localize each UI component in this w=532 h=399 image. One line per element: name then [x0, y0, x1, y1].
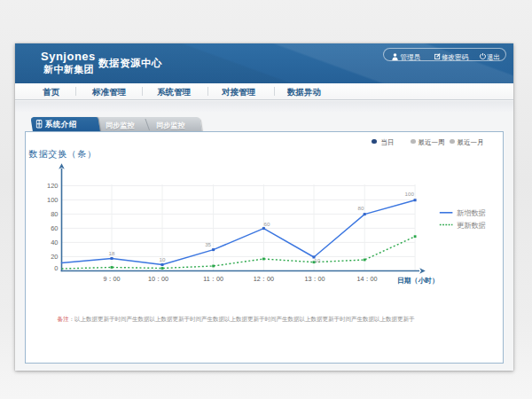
svg-text:14：00: 14：00 [356, 275, 377, 283]
svg-text:18: 18 [108, 250, 114, 256]
svg-text:20: 20 [51, 253, 58, 261]
svg-text:新增数据: 新增数据 [457, 209, 486, 217]
svg-text:9：00: 9：00 [103, 275, 120, 283]
svg-text:11：00: 11：00 [203, 275, 223, 283]
svg-text:10：00: 10：00 [147, 275, 168, 283]
svg-text:80: 80 [357, 205, 364, 211]
svg-text:40: 40 [51, 239, 58, 246]
svg-text:60: 60 [263, 221, 270, 227]
svg-text:10: 10 [314, 257, 320, 263]
svg-text:100: 100 [404, 191, 414, 197]
svg-text:12：00: 12：00 [253, 275, 273, 283]
svg-text:10: 10 [159, 256, 165, 262]
svg-text:100: 100 [46, 196, 58, 204]
svg-text:0: 0 [54, 264, 58, 272]
svg-text:120: 120 [46, 182, 58, 190]
svg-text:更新数据: 更新数据 [457, 222, 486, 230]
svg-text:60: 60 [51, 224, 58, 232]
svg-text:35: 35 [205, 241, 211, 247]
svg-text:13：00: 13：00 [304, 275, 325, 283]
svg-text:80: 80 [51, 210, 58, 218]
svg-text:日期（小时）: 日期（小时） [397, 277, 439, 285]
